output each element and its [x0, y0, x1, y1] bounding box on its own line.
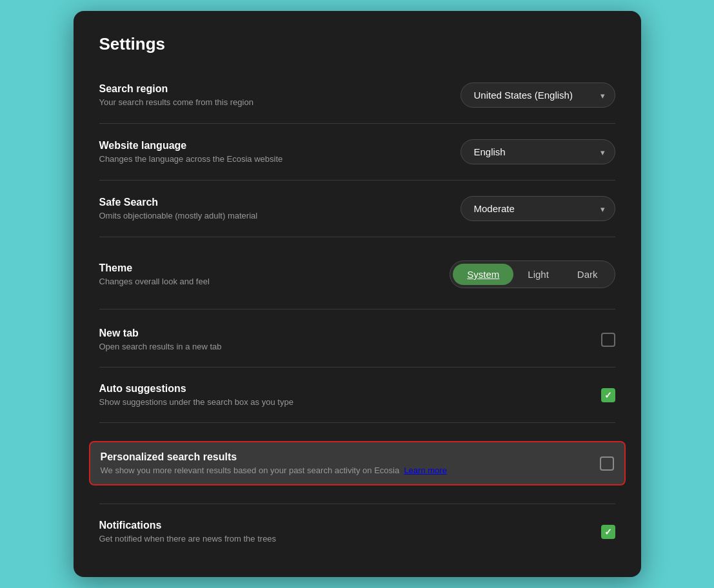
theme-desc: Changes overall look and feel: [99, 277, 210, 286]
notifications-text: Notifications Get notified when there ar…: [99, 520, 277, 544]
search-region-row: Search region Your search results come f…: [99, 72, 615, 118]
search-region-dropdown-wrapper: United States (English) United Kingdom (…: [461, 83, 615, 108]
personalized-search-text: Personalized search results We show you …: [101, 451, 447, 475]
safe-search-select[interactable]: Moderate Strict Off: [461, 196, 615, 221]
divider-6: [99, 422, 615, 423]
safe-search-text: Safe Search Omits objectionable (mostly …: [99, 197, 258, 220]
theme-dark-button[interactable]: Dark: [563, 264, 612, 285]
theme-toggle: System Light Dark: [450, 260, 615, 288]
website-language-select[interactable]: English German French Spanish: [461, 139, 615, 164]
theme-system-button[interactable]: System: [453, 264, 513, 285]
safe-search-label: Safe Search: [99, 197, 258, 208]
notifications-checkbox[interactable]: [601, 525, 615, 539]
new-tab-checkbox[interactable]: [601, 333, 615, 347]
auto-suggestions-row: Auto suggestions Show suggestions under …: [99, 373, 615, 417]
search-region-label: Search region: [99, 83, 253, 95]
safe-search-dropdown-wrapper: Moderate Strict Off ▾: [461, 196, 615, 221]
new-tab-label: New tab: [99, 328, 222, 339]
personalized-search-label: Personalized search results: [101, 451, 447, 463]
learn-more-link[interactable]: Learn more: [404, 466, 446, 475]
new-tab-row: New tab Open search results in a new tab: [99, 317, 615, 362]
divider-3: [99, 237, 615, 237]
divider-2: [99, 180, 615, 181]
new-tab-desc: Open search results in a new tab: [99, 342, 222, 351]
notifications-label: Notifications: [99, 520, 277, 531]
theme-label: Theme: [99, 262, 210, 274]
settings-title: Settings: [99, 34, 615, 54]
website-language-label: Website language: [99, 140, 283, 152]
divider-7: [99, 504, 615, 504]
website-language-text: Website language Changes the language ac…: [99, 140, 283, 164]
theme-row: Theme Changes overall look and feel Syst…: [99, 250, 615, 299]
search-region-text: Search region Your search results come f…: [99, 83, 253, 107]
auto-suggestions-text: Auto suggestions Show suggestions under …: [99, 383, 293, 407]
personalized-search-checkbox[interactable]: [600, 456, 614, 471]
auto-suggestions-label: Auto suggestions: [99, 383, 293, 395]
website-language-row: Website language Changes the language ac…: [99, 129, 615, 175]
divider-5: [99, 367, 615, 368]
divider-4: [99, 309, 615, 309]
auto-suggestions-desc: Show suggestions under the search box as…: [99, 397, 293, 407]
notifications-row: Notifications Get notified when there ar…: [99, 509, 615, 554]
auto-suggestions-checkbox[interactable]: [601, 388, 615, 402]
personalized-search-desc: We show you more relevant results based …: [101, 466, 447, 475]
new-tab-text: New tab Open search results in a new tab: [99, 328, 222, 351]
safe-search-row: Safe Search Omits objectionable (mostly …: [99, 186, 615, 231]
settings-panel: Settings Search region Your search resul…: [74, 11, 641, 577]
safe-search-desc: Omits objectionable (mostly adult) mater…: [99, 211, 258, 220]
theme-text: Theme Changes overall look and feel: [99, 262, 210, 286]
website-language-dropdown-wrapper: English German French Spanish ▾: [461, 139, 615, 164]
notifications-desc: Get notified when there are news from th…: [99, 534, 277, 544]
personalized-search-row: Personalized search results We show you …: [99, 428, 615, 498]
website-language-desc: Changes the language across the Ecosia w…: [99, 154, 283, 164]
search-region-select[interactable]: United States (English) United Kingdom (…: [461, 83, 615, 108]
personalized-search-highlight-box: Personalized search results We show you …: [89, 441, 626, 485]
search-region-desc: Your search results come from this regio…: [99, 97, 253, 107]
theme-light-button[interactable]: Light: [513, 264, 563, 285]
divider-1: [99, 123, 615, 124]
